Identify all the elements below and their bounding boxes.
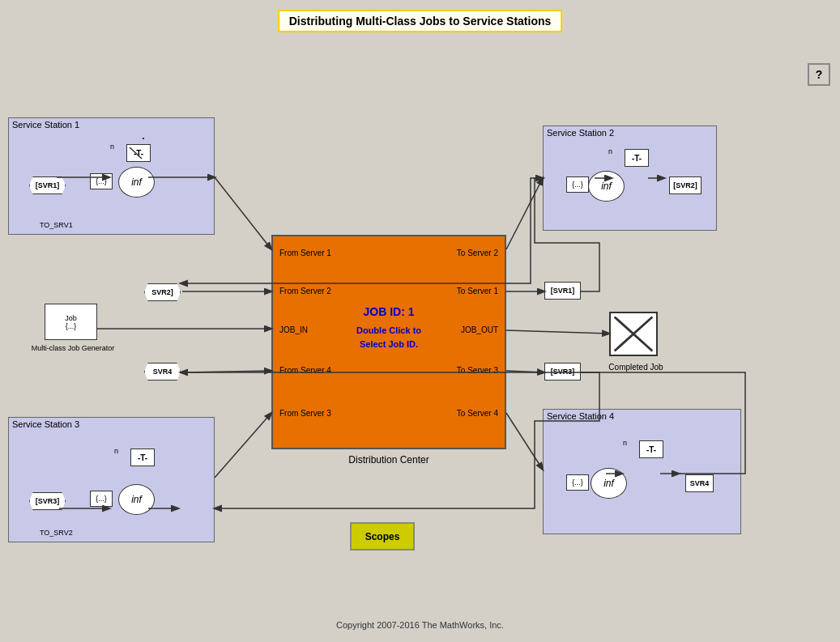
copyright-text: Copyright 2007-2016 The MathWorks, Inc. [336,620,504,630]
station3-label: Service Station 3 [9,418,214,431]
double-click-text[interactable]: Double Click toSelect Job ID. [356,324,421,351]
to-srv2-label: TO_SRV2 [40,529,73,537]
from-server2-label: From Server 2 [279,287,331,295]
n-label-1: n [110,142,114,151]
completed-job-block [609,312,658,356]
inf-circle-1: inf [118,167,155,198]
curly-block-2: {...} [566,176,589,193]
to-server4-label: To Server 4 [457,409,498,418]
curly-block-3: {...} [90,491,113,507]
job-generator-block: Job {...} [45,304,97,340]
service-station-4: Service Station 4 -T- n {...} inf SVR4 [543,409,741,534]
to-server2-label: To Server 2 [457,249,498,257]
scopes-button[interactable]: Scopes [350,522,415,551]
job-in-label: JOB_IN [279,325,308,334]
inf-circle-4: inf [591,468,627,499]
from-server1-label: From Server 1 [279,249,331,257]
to-server1-label: To Server 1 [457,287,498,295]
curly-block-4: {...} [566,474,589,491]
n-label-4: n [623,439,627,447]
diagram-title: Distributing Multi-Class Jobs to Service… [278,10,563,32]
job-out-label: JOB_OUT [461,325,498,334]
station1-label: Service Station 1 [9,118,214,131]
help-button[interactable]: ? [808,63,830,86]
timer-block-1: -T- [126,144,151,162]
svg-line-9 [215,413,271,478]
job-label: Job [65,314,77,322]
svr4-input-block: SVR4 [144,363,181,381]
triangle-1 [143,138,144,139]
from-server4-label: From Server 4 [279,366,331,375]
inf-circle-3: inf [118,484,155,515]
svg-line-5 [215,177,271,249]
timer-block-3: -T- [130,449,155,466]
service-station-1: Service Station 1 -T- n {...} inf [SVR1]… [8,117,215,235]
svr4-goto-block: SVR4 [685,474,714,492]
station2-label: Service Station 2 [544,126,716,139]
job-curly: {...} [66,322,77,330]
dist-center-label: Distribution Center [348,454,429,466]
n-label-2: n [608,147,612,155]
completed-job-label: Completed Job [603,363,668,372]
timer-block-2: -T- [625,149,649,167]
svr2-goto-block: [SVR2] [669,176,701,194]
svg-line-12 [506,330,609,334]
svr2-from-block: SVR2] [144,283,181,301]
curly-block-1: {...} [90,173,113,189]
job-id-display: JOB ID: 1 [363,305,414,318]
service-station-2: Service Station 2 -T- n {...} inf [SVR2] [543,125,717,231]
timer-block-4: -T- [639,440,663,458]
svr1-from-block: [SVR1] [29,176,66,194]
station4-label: Service Station 4 [544,410,740,423]
svg-line-8 [182,371,271,372]
to-srv1-label: TO_SRV1 [40,221,73,229]
from-server3-label: From Server 3 [279,409,331,418]
distribution-center[interactable]: From Server 1 From Server 2 From Server … [271,235,506,449]
svg-line-13 [506,371,544,372]
service-station-3: Service Station 3 -T- n {...} inf [SVR3]… [8,417,215,542]
svg-line-10 [506,178,543,249]
svr3-from-block: [SVR3] [29,492,66,510]
svr3-goto-block: [SVR3] [544,363,581,381]
svg-line-14 [506,413,543,470]
job-gen-label: Multi-class Job Generator [20,344,126,352]
to-server3-label: To Server 3 [457,366,498,375]
inf-circle-2: inf [588,171,625,202]
n-label-3: n [114,447,118,455]
svr1-goto-block: [SVR1] [544,282,581,300]
